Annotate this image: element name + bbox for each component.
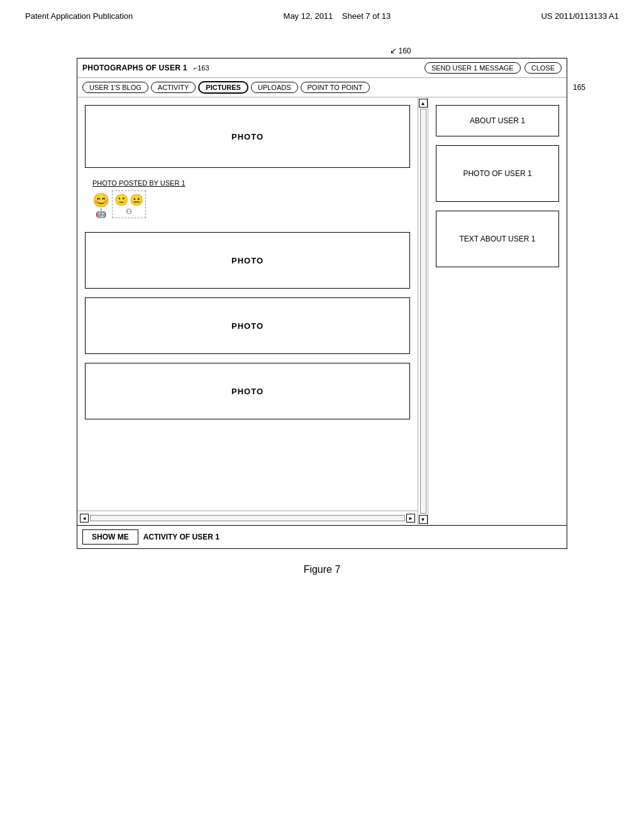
patent-header: Patent Application Publication May 12, 2… [0,0,644,27]
tab-uploads[interactable]: UPLOADS [251,82,298,93]
photo-3-wrapper: PHOTO ⌐162 [85,297,410,354]
avatar-2-pair: 🙂 😐 [114,193,143,207]
text-about-user-text: TEXT ABOUT USER 1 [460,235,536,243]
v-scrollbar: ▲ ▼ [418,97,428,525]
show-me-button[interactable]: SHOW ME [82,529,138,545]
photo-box-3: PHOTO [85,297,410,354]
avatar-area: 😊 🤖 🙂 😐 ⚇ [92,191,402,218]
photo-of-user-text: PHOTO OF USER 1 [463,169,531,178]
topbar-buttons: SEND USER 1 MESSAGE CLOSE [425,62,562,74]
avatar-2-box: 🙂 😐 ⚇ [112,191,146,218]
activity-of-user-text: ACTIVITY OF USER 1 [143,533,219,541]
photo-box-4: PHOTO [85,363,410,419]
h-scroll-track[interactable] [90,515,405,521]
tab-bar: USER 1'S BLOG ACTIVITY PICTURES UPLOADS … [77,78,567,97]
photo-4-wrapper: PHOTO ⌐162 [85,363,410,419]
photos-scroll-area: PHOTO ⌐161 PHOTO POSTED BY USER 1 [77,97,418,511]
photo-1-label: PHOTO [231,132,264,141]
tab-activity[interactable]: ACTIVITY [151,82,196,93]
avatar-2a: 🙂 [114,193,128,207]
window-body: PHOTO ⌐161 PHOTO POSTED BY USER 1 [77,97,567,525]
photo-of-user-box: PHOTO OF USER 1 [436,145,559,202]
window-title: PHOTOGRAPHS OF USER 1 [82,64,187,72]
scroll-up-arrow[interactable]: ▲ [419,99,428,108]
v-scroll-track[interactable] [420,109,426,514]
send-message-button[interactable]: SEND USER 1 MESSAGE [425,62,521,74]
tab-users-blog[interactable]: USER 1'S BLOG [82,82,148,93]
photo-posted-label: PHOTO POSTED BY USER 1 [92,179,402,187]
patent-date-sheet: May 12, 2011 Sheet 7 of 13 [284,11,391,21]
scroll-down-arrow[interactable]: ▼ [419,515,428,524]
patent-left-header: Patent Application Publication [25,11,133,21]
patent-right-header: US 2011/0113133 A1 [541,11,619,21]
h-scrollbar: ◄ ► [77,511,418,525]
photo-4-label: PHOTO [231,387,264,396]
tab-pictures[interactable]: PICTURES [198,81,248,94]
scroll-right-arrow[interactable]: ► [406,514,415,523]
ref-160-label: 160 [398,47,411,55]
left-panel: PHOTO ⌐161 PHOTO POSTED BY USER 1 [77,97,418,525]
photo-box-1: PHOTO [85,105,410,168]
window-bottom: SHOW ME ACTIVITY OF USER 1 [77,525,567,548]
avatar-2b: 😐 [130,193,143,207]
figure-container: ↙ 160 PHOTOGRAPHS OF USER 1 ⌐ 163 SEND U [38,46,606,575]
photo-posted-section: PHOTO POSTED BY USER 1 😊 🤖 [85,177,410,223]
info-panel: ABOUT USER 1 PHOTO OF USER 1 TEXT ABOUT … [428,97,567,525]
photo-3-label: PHOTO [231,321,264,331]
scroll-left-arrow[interactable]: ◄ [80,514,89,523]
avatar-1-body: 🤖 [96,209,106,218]
window-topbar: PHOTOGRAPHS OF USER 1 ⌐ 163 SEND USER 1 … [77,58,567,78]
text-about-user-box: TEXT ABOUT USER 1 [436,211,559,267]
right-panel: ▲ ▼ ABOUT USER 1 PHOTO OF USER 1 [418,97,567,525]
photo-box-2: PHOTO [85,232,410,289]
avatar-1: 😊 🤖 [92,193,109,218]
ref-163: ⌐ 163 [194,64,209,72]
figure-caption: Figure 7 [304,564,341,575]
ref-165-label: 165 [573,83,586,92]
avatar-2-body: ⚇ [126,208,132,216]
arrow-160-icon: ↙ [390,46,397,55]
avatar-1-head: 😊 [92,193,109,208]
close-button[interactable]: CLOSE [525,62,562,74]
main-content: ↙ 160 PHOTOGRAPHS OF USER 1 ⌐ 163 SEND U [0,27,644,594]
photo-2-wrapper: PHOTO ⌐162 [85,232,410,289]
tab-point-to-point[interactable]: POINT TO POINT [301,82,370,93]
about-user-box: ABOUT USER 1 [436,105,559,136]
annotation-160: ↙ 160 [390,46,411,55]
photo-1-wrapper: PHOTO ⌐161 [85,105,410,168]
about-user-text: ABOUT USER 1 [470,116,525,125]
photo-2-label: PHOTO [231,256,264,265]
ui-window: PHOTOGRAPHS OF USER 1 ⌐ 163 SEND USER 1 … [77,58,567,549]
patent-page: Patent Application Publication May 12, 2… [0,0,644,594]
